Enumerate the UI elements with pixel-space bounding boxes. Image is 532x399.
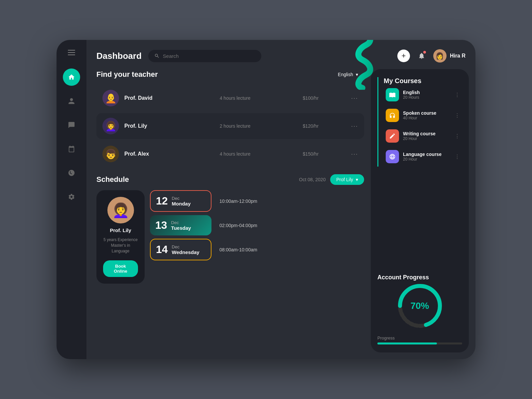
decoration-snake — [342, 40, 382, 90]
schedule-date-box: 14 Dec Wednesday — [150, 239, 211, 260]
course-icon — [386, 109, 399, 122]
my-courses-title: My Courses — [384, 77, 421, 84]
sidebar-item-chat[interactable] — [63, 116, 80, 134]
more-options-icon[interactable]: ··· — [351, 151, 358, 158]
teacher-hours: 2 hours lecture — [200, 123, 270, 129]
more-options-icon[interactable]: ⋮ — [455, 92, 460, 98]
schedule-item[interactable]: 14 Dec Wednesday 08:00am-10:00am — [150, 239, 364, 260]
course-item[interactable]: English 20 Hours ⋮ — [384, 85, 462, 105]
teacher-name: Prof. Alex — [124, 151, 195, 157]
sidebar-nav — [63, 68, 80, 349]
teacher-name: Prof. David — [124, 95, 195, 101]
schedule-month: Dec — [172, 244, 200, 249]
more-options-icon[interactable]: ··· — [351, 123, 358, 130]
teacher-rate: $100/hr — [276, 95, 346, 101]
sidebar-item-clock[interactable] — [63, 164, 80, 182]
notification-button[interactable] — [415, 50, 428, 62]
schedule-date-box: 13 Dec Tuesday — [150, 215, 211, 235]
courses-section: My Courses English 20 — [377, 77, 462, 167]
course-hours: 20 Hour — [403, 157, 451, 162]
teacher-avatar: 👦 — [102, 146, 119, 162]
account-progress-title: Account Progress — [377, 274, 429, 281]
search-bar[interactable] — [148, 50, 261, 62]
schedule-item[interactable]: 13 Dec Tuesday 02:00pm-04:00pm — [150, 215, 364, 235]
schedule-time: 02:00pm-04:00pm — [219, 223, 257, 228]
schedule-time: 10:00am-12:00pm — [219, 199, 257, 204]
teacher-row[interactable]: 👩‍🦱 Prof. Lily 2 hours lecture $120/hr ·… — [96, 113, 364, 139]
teacher-hours: 4 hours lecture — [200, 151, 270, 157]
header: Dashboard + 👩 — [86, 40, 475, 69]
schedule-weekday: Wednesday — [172, 249, 200, 255]
more-options-icon[interactable]: ··· — [351, 95, 358, 102]
teacher-row[interactable]: 👦 Prof. Alex 4 hours lecture $150/hr ··· — [96, 141, 364, 167]
course-item[interactable]: Spoken course 40 Hour ⋮ — [384, 105, 462, 125]
schedule-prof-filter[interactable]: Prof Lily ▾ — [330, 174, 364, 185]
schedule-month: Dec — [172, 196, 191, 201]
teacher-rate: $120/hr — [276, 123, 346, 129]
account-progress-section: Account Progress 70% — [377, 274, 462, 344]
avatar: 👩 — [433, 49, 447, 63]
schedule-title: Schedule — [96, 175, 129, 184]
find-teacher-title: Find your teacher — [96, 70, 158, 79]
schedule-date-box: 12 Dec Monday — [150, 190, 211, 212]
prof-card: 👩‍🦱 Prof. Lily 5 years Experience Master… — [96, 190, 145, 284]
teacher-row[interactable]: 🧑‍🦲 Prof. David 4 hours lecture $100/hr … — [96, 85, 364, 111]
menu-icon[interactable] — [68, 50, 75, 55]
sidebar-item-settings[interactable] — [63, 188, 80, 205]
progress-percentage: 70% — [410, 301, 429, 311]
schedule-day-num: 14 — [156, 243, 168, 256]
sidebar-item-home[interactable] — [63, 68, 80, 86]
schedule-main: 👩‍🦱 Prof. Lily 5 years Experience Master… — [96, 190, 364, 284]
progress-ring: 70% — [395, 281, 445, 331]
prof-card-exp: 5 years Experience Master's in Language — [103, 237, 138, 254]
prof-card-name: Prof. Lily — [110, 227, 131, 233]
sidebar — [57, 40, 86, 359]
device-frame: Dashboard + 👩 — [57, 40, 475, 359]
user-info[interactable]: 👩 Hira R — [433, 49, 466, 63]
progress-bar-section: Progress — [377, 335, 462, 344]
course-icon — [386, 88, 399, 101]
course-name: English — [403, 90, 451, 95]
course-icon — [386, 129, 399, 143]
schedule-section: Schedule Oct 08, 2020 Prof Lily ▾ � — [96, 174, 364, 284]
more-options-icon[interactable]: ⋮ — [455, 112, 460, 119]
schedule-day-num: 13 — [155, 219, 167, 231]
page-title: Dashboard — [96, 51, 142, 61]
notification-dot — [423, 51, 426, 54]
right-panel: My Courses English 20 — [371, 69, 469, 352]
course-item[interactable]: Language course 20 Hour ⋮ — [384, 147, 462, 167]
schedule-day-num: 12 — [156, 195, 168, 207]
teacher-hours: 4 hours lecture — [200, 95, 270, 101]
schedule-weekday: Tuesday — [171, 225, 191, 231]
search-input[interactable] — [163, 53, 255, 59]
more-options-icon[interactable]: ⋮ — [455, 133, 460, 139]
find-teacher-header: Find your teacher English ▾ — [96, 69, 364, 80]
progress-ring-container: 70% Progress — [377, 281, 462, 344]
content-body: Find your teacher English ▾ 🧑‍🦲 Prof. Da… — [86, 69, 475, 359]
chevron-down-icon: ▾ — [356, 177, 358, 182]
more-options-icon[interactable]: ⋮ — [455, 154, 460, 160]
schedule-item[interactable]: 12 Dec Monday 10:00am-12:00pm — [150, 190, 364, 212]
book-online-button[interactable]: Book Online — [103, 260, 138, 277]
schedule-month: Dec — [171, 220, 191, 225]
sidebar-item-user[interactable] — [63, 92, 80, 110]
course-icon — [386, 150, 399, 163]
course-hours: 20 Hours — [403, 95, 451, 100]
teacher-list: 🧑‍🦲 Prof. David 4 hours lecture $100/hr … — [96, 85, 364, 167]
course-list: English 20 Hours ⋮ — [384, 85, 462, 167]
progress-bar-fill — [377, 342, 437, 344]
sidebar-item-calendar[interactable] — [63, 140, 80, 158]
schedule-time: 08:00am-10:00am — [219, 247, 257, 252]
course-hours: 40 Hour — [403, 116, 451, 120]
schedule-header: Schedule Oct 08, 2020 Prof Lily ▾ — [96, 174, 364, 185]
schedule-date: Oct 08, 2020 — [299, 177, 326, 182]
add-button[interactable]: + — [397, 50, 410, 62]
main-content: Dashboard + 👩 — [86, 40, 475, 359]
course-item[interactable]: Writing course 20 Hour ⋮ — [384, 126, 462, 146]
schedule-list: 12 Dec Monday 10:00am-12:00pm — [150, 190, 364, 284]
course-hours: 20 Hour — [403, 136, 451, 141]
course-name: Writing course — [403, 131, 451, 136]
left-panel: Find your teacher English ▾ 🧑‍🦲 Prof. Da… — [96, 69, 371, 352]
teacher-avatar: 👩‍🦱 — [102, 118, 119, 134]
search-icon — [154, 53, 160, 59]
